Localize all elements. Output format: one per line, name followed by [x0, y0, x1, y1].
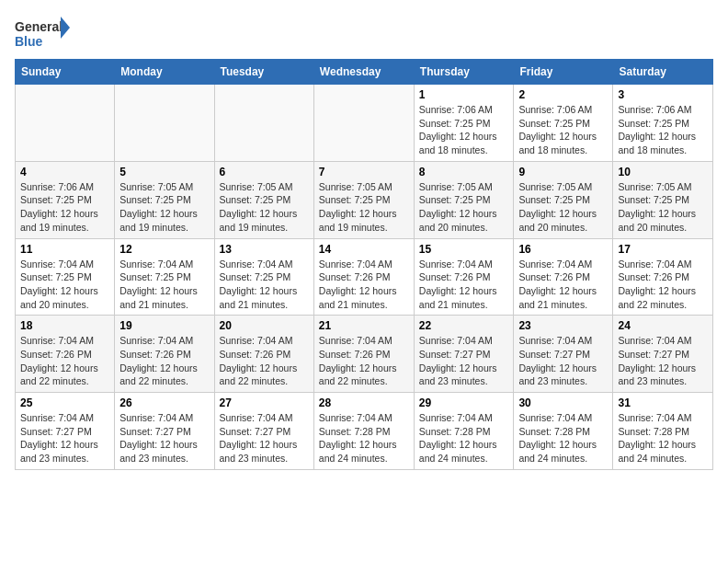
calendar-cell: 2Sunrise: 7:06 AM Sunset: 7:25 PM Daylig…	[514, 85, 613, 162]
day-info: Sunrise: 7:04 AM Sunset: 7:26 PM Dayligh…	[618, 258, 708, 312]
calendar-cell: 17Sunrise: 7:04 AM Sunset: 7:26 PM Dayli…	[613, 238, 713, 316]
calendar-header-row: SundayMondayTuesdayWednesdayThursdayFrid…	[16, 60, 713, 85]
day-info: Sunrise: 7:04 AM Sunset: 7:25 PM Dayligh…	[20, 258, 109, 312]
column-header-saturday: Saturday	[613, 60, 713, 85]
day-number: 19	[119, 319, 209, 332]
calendar-week-5: 25Sunrise: 7:04 AM Sunset: 7:27 PM Dayli…	[16, 393, 713, 470]
day-number: 5	[119, 166, 209, 178]
day-info: Sunrise: 7:04 AM Sunset: 7:27 PM Dayligh…	[119, 411, 209, 465]
column-header-friday: Friday	[514, 60, 613, 85]
column-header-monday: Monday	[115, 60, 214, 85]
day-info: Sunrise: 7:06 AM Sunset: 7:25 PM Dayligh…	[518, 103, 608, 157]
day-info: Sunrise: 7:04 AM Sunset: 7:27 PM Dayligh…	[20, 411, 109, 465]
calendar-cell: 29Sunrise: 7:04 AM Sunset: 7:28 PM Dayli…	[414, 393, 514, 470]
calendar-cell: 1Sunrise: 7:06 AM Sunset: 7:25 PM Daylig…	[414, 85, 514, 162]
day-number: 6	[220, 166, 309, 178]
day-info: Sunrise: 7:04 AM Sunset: 7:26 PM Dayligh…	[419, 258, 509, 312]
calendar-cell: 14Sunrise: 7:04 AM Sunset: 7:26 PM Dayli…	[313, 238, 414, 316]
day-info: Sunrise: 7:05 AM Sunset: 7:25 PM Dayligh…	[119, 180, 209, 235]
calendar-cell: 25Sunrise: 7:04 AM Sunset: 7:27 PM Dayli…	[16, 393, 115, 470]
calendar-cell: 19Sunrise: 7:04 AM Sunset: 7:26 PM Dayli…	[115, 316, 214, 393]
svg-text:General: General	[15, 19, 63, 34]
calendar-cell: 7Sunrise: 7:05 AM Sunset: 7:25 PM Daylig…	[313, 161, 414, 238]
calendar-cell: 8Sunrise: 7:05 AM Sunset: 7:25 PM Daylig…	[414, 161, 514, 238]
day-number: 4	[20, 166, 109, 178]
day-number: 20	[220, 319, 309, 332]
svg-text:Blue: Blue	[15, 34, 43, 49]
day-number: 3	[618, 88, 708, 101]
column-header-wednesday: Wednesday	[313, 60, 414, 85]
day-info: Sunrise: 7:04 AM Sunset: 7:26 PM Dayligh…	[518, 258, 608, 312]
calendar-cell	[214, 85, 313, 162]
day-number: 23	[518, 319, 608, 332]
calendar-cell	[115, 85, 214, 162]
calendar-week-3: 11Sunrise: 7:04 AM Sunset: 7:25 PM Dayli…	[16, 238, 713, 316]
day-number: 1	[419, 88, 509, 101]
day-info: Sunrise: 7:04 AM Sunset: 7:27 PM Dayligh…	[518, 334, 608, 388]
day-info: Sunrise: 7:04 AM Sunset: 7:28 PM Dayligh…	[618, 411, 708, 465]
calendar-cell: 15Sunrise: 7:04 AM Sunset: 7:26 PM Dayli…	[414, 238, 514, 316]
day-info: Sunrise: 7:05 AM Sunset: 7:25 PM Dayligh…	[220, 180, 309, 235]
day-info: Sunrise: 7:04 AM Sunset: 7:28 PM Dayligh…	[419, 411, 509, 465]
day-info: Sunrise: 7:05 AM Sunset: 7:25 PM Dayligh…	[319, 180, 409, 235]
day-number: 18	[20, 319, 109, 332]
calendar-cell: 26Sunrise: 7:04 AM Sunset: 7:27 PM Dayli…	[115, 393, 214, 470]
calendar-cell: 12Sunrise: 7:04 AM Sunset: 7:25 PM Dayli…	[115, 238, 214, 316]
day-number: 8	[419, 166, 509, 178]
day-info: Sunrise: 7:05 AM Sunset: 7:25 PM Dayligh…	[518, 180, 608, 235]
calendar-cell: 13Sunrise: 7:04 AM Sunset: 7:25 PM Dayli…	[214, 238, 313, 316]
day-info: Sunrise: 7:05 AM Sunset: 7:25 PM Dayligh…	[419, 180, 509, 235]
logo-svg: General Blue	[15, 15, 70, 52]
day-info: Sunrise: 7:04 AM Sunset: 7:26 PM Dayligh…	[220, 334, 309, 388]
day-number: 13	[220, 243, 309, 256]
day-info: Sunrise: 7:04 AM Sunset: 7:25 PM Dayligh…	[119, 258, 209, 312]
day-number: 31	[618, 396, 708, 409]
day-number: 28	[319, 396, 409, 409]
column-header-sunday: Sunday	[16, 60, 115, 85]
day-info: Sunrise: 7:04 AM Sunset: 7:25 PM Dayligh…	[220, 258, 309, 312]
day-number: 2	[518, 88, 608, 101]
svg-marker-2	[61, 17, 70, 39]
day-info: Sunrise: 7:04 AM Sunset: 7:27 PM Dayligh…	[618, 334, 708, 388]
logo: General Blue	[15, 15, 70, 52]
day-number: 22	[419, 319, 509, 332]
day-info: Sunrise: 7:05 AM Sunset: 7:25 PM Dayligh…	[618, 180, 708, 235]
calendar-cell: 21Sunrise: 7:04 AM Sunset: 7:26 PM Dayli…	[313, 316, 414, 393]
day-number: 30	[518, 396, 608, 409]
day-info: Sunrise: 7:04 AM Sunset: 7:28 PM Dayligh…	[518, 411, 608, 465]
calendar-cell: 27Sunrise: 7:04 AM Sunset: 7:27 PM Dayli…	[214, 393, 313, 470]
column-header-tuesday: Tuesday	[214, 60, 313, 85]
calendar-cell: 22Sunrise: 7:04 AM Sunset: 7:27 PM Dayli…	[414, 316, 514, 393]
calendar-cell: 23Sunrise: 7:04 AM Sunset: 7:27 PM Dayli…	[514, 316, 613, 393]
day-number: 27	[220, 396, 309, 409]
day-info: Sunrise: 7:04 AM Sunset: 7:26 PM Dayligh…	[20, 334, 109, 388]
calendar-cell: 4Sunrise: 7:06 AM Sunset: 7:25 PM Daylig…	[16, 161, 115, 238]
calendar-cell: 11Sunrise: 7:04 AM Sunset: 7:25 PM Dayli…	[16, 238, 115, 316]
column-header-thursday: Thursday	[414, 60, 514, 85]
day-info: Sunrise: 7:04 AM Sunset: 7:26 PM Dayligh…	[319, 334, 409, 388]
calendar-week-4: 18Sunrise: 7:04 AM Sunset: 7:26 PM Dayli…	[16, 316, 713, 393]
calendar-cell: 28Sunrise: 7:04 AM Sunset: 7:28 PM Dayli…	[313, 393, 414, 470]
day-info: Sunrise: 7:06 AM Sunset: 7:25 PM Dayligh…	[618, 103, 708, 157]
day-number: 10	[618, 166, 708, 178]
day-info: Sunrise: 7:04 AM Sunset: 7:26 PM Dayligh…	[319, 258, 409, 312]
calendar-cell	[313, 85, 414, 162]
day-number: 15	[419, 243, 509, 256]
calendar-cell: 3Sunrise: 7:06 AM Sunset: 7:25 PM Daylig…	[613, 85, 713, 162]
calendar-cell: 6Sunrise: 7:05 AM Sunset: 7:25 PM Daylig…	[214, 161, 313, 238]
calendar-cell: 24Sunrise: 7:04 AM Sunset: 7:27 PM Dayli…	[613, 316, 713, 393]
day-number: 7	[319, 166, 409, 178]
day-info: Sunrise: 7:04 AM Sunset: 7:27 PM Dayligh…	[419, 334, 509, 388]
calendar-week-2: 4Sunrise: 7:06 AM Sunset: 7:25 PM Daylig…	[16, 161, 713, 238]
calendar-cell: 9Sunrise: 7:05 AM Sunset: 7:25 PM Daylig…	[514, 161, 613, 238]
calendar-body: 1Sunrise: 7:06 AM Sunset: 7:25 PM Daylig…	[16, 85, 713, 470]
day-number: 29	[419, 396, 509, 409]
calendar-cell: 5Sunrise: 7:05 AM Sunset: 7:25 PM Daylig…	[115, 161, 214, 238]
day-number: 12	[119, 243, 209, 256]
day-info: Sunrise: 7:06 AM Sunset: 7:25 PM Dayligh…	[419, 103, 509, 157]
day-info: Sunrise: 7:04 AM Sunset: 7:27 PM Dayligh…	[220, 411, 309, 465]
calendar-cell: 16Sunrise: 7:04 AM Sunset: 7:26 PM Dayli…	[514, 238, 613, 316]
day-number: 21	[319, 319, 409, 332]
day-info: Sunrise: 7:04 AM Sunset: 7:26 PM Dayligh…	[119, 334, 209, 388]
page-header: General Blue	[15, 15, 713, 52]
